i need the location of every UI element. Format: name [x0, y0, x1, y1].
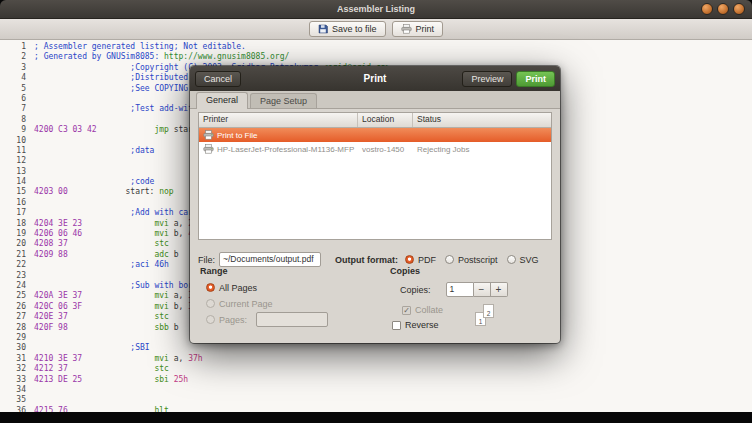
line-number: 19	[0, 229, 26, 239]
printer-row[interactable]: HP-LaserJet-Professional-M1136-MFPvostro…	[199, 142, 551, 156]
minimize-button[interactable]	[701, 3, 713, 15]
save-to-file-button[interactable]: Save to file	[309, 21, 386, 37]
output-format-options: PDFPostscriptSVG	[405, 254, 539, 265]
line-code: 4213 DE 25 sbi 25h	[26, 375, 188, 384]
printer-icon	[203, 144, 214, 154]
line-number: 6	[0, 94, 26, 104]
line-code: 4209 88 adc b	[26, 250, 179, 259]
line-number: 34	[0, 385, 26, 395]
cancel-button[interactable]: Cancel	[195, 71, 241, 87]
printer-list: Printer Location Status Print to FileHP-…	[198, 112, 552, 240]
tab-page-setup[interactable]: Page Setup	[250, 93, 317, 108]
range-group-title: Range	[200, 266, 228, 276]
range-option-label: Pages:	[219, 315, 247, 325]
line-number: 20	[0, 239, 26, 249]
window-titlebar: Assembler Listing	[0, 0, 752, 19]
line-code: 4204 3E 23 mvi a, 23h	[26, 219, 203, 228]
line-number: 16	[0, 198, 26, 208]
printer-list-body: Print to FileHP-LaserJet-Professional-M1…	[199, 128, 551, 240]
line-code	[26, 94, 34, 103]
maximize-button[interactable]	[717, 3, 729, 15]
line-code: ;data	[26, 146, 154, 155]
print-button[interactable]: Print	[516, 71, 555, 87]
copies-label: Copies:	[400, 285, 431, 295]
listing-line: 30 ;SBI	[0, 343, 752, 353]
line-number: 12	[0, 156, 26, 166]
line-number: 26	[0, 302, 26, 312]
line-code: ;Distributed under	[26, 73, 217, 82]
line-code	[26, 156, 34, 165]
line-number: 23	[0, 271, 26, 281]
tab-bar: General Page Setup	[190, 91, 560, 109]
listing-line: 1; Assembler generated listing; Not edit…	[0, 42, 752, 52]
window-controls	[701, 3, 745, 15]
window-title: Assembler Listing	[0, 0, 752, 18]
line-number: 2	[0, 52, 26, 62]
format-option-postscript[interactable]: Postscript	[445, 254, 498, 265]
printer-name-cell: HP-LaserJet-Professional-M1136-MFP	[199, 144, 358, 154]
line-code	[26, 271, 34, 280]
range-option-pages[interactable]: Pages:	[206, 314, 328, 325]
collate-label: Collate	[415, 305, 443, 315]
line-code	[26, 167, 34, 176]
line-number: 36	[0, 406, 26, 412]
line-number: 15	[0, 187, 26, 197]
tab-general[interactable]: General	[196, 92, 248, 109]
close-button[interactable]	[733, 3, 745, 15]
file-input[interactable]: ~/Documents/output.pdf	[219, 252, 321, 267]
copies-group-title: Copies	[390, 266, 420, 276]
line-number: 14	[0, 177, 26, 187]
format-label: Postscript	[458, 255, 498, 265]
format-option-svg[interactable]: SVG	[507, 254, 539, 265]
line-code	[26, 115, 34, 124]
collate-row: Collate	[402, 305, 443, 315]
reverse-checkbox[interactable]	[392, 321, 401, 330]
pages-input[interactable]	[256, 312, 328, 327]
line-code: 420E 37 stc	[26, 312, 169, 321]
dialog-title: Print	[364, 66, 387, 91]
line-code: 4212 37 stc	[26, 364, 169, 373]
range-option-all-pages[interactable]: All Pages	[206, 282, 328, 293]
listing-line: 334213 DE 25 sbi 25h	[0, 375, 752, 385]
listing-line: 2; Generated by GNUSim8085: http://www.g…	[0, 52, 752, 62]
copies-input[interactable]: 1	[446, 282, 474, 297]
line-code: 4203 00 start: nop	[26, 187, 174, 196]
line-number: 32	[0, 364, 26, 374]
printer-location-cell: vostro-1450	[358, 145, 413, 154]
listing-line: 314210 3E 37 mvi a, 37h	[0, 354, 752, 364]
line-number: 18	[0, 219, 26, 229]
line-code: ;Add with carry	[26, 208, 203, 217]
column-header-location[interactable]: Location	[358, 113, 413, 127]
line-number: 27	[0, 312, 26, 322]
preview-button[interactable]: Preview	[462, 71, 512, 87]
line-code: ;See COPYING file	[26, 84, 212, 93]
line-code	[26, 333, 34, 342]
line-number: 9	[0, 125, 26, 135]
line-number: 33	[0, 375, 26, 385]
printer-row[interactable]: Print to File	[199, 128, 551, 142]
line-number: 29	[0, 333, 26, 343]
decrement-copies-button[interactable]: −	[474, 282, 491, 297]
radio-icon	[206, 315, 215, 324]
line-number: 7	[0, 104, 26, 114]
column-header-status[interactable]: Status	[413, 113, 551, 127]
radio-icon	[206, 299, 215, 308]
print-dialog: Cancel Print Preview Print General Page …	[190, 66, 560, 343]
reverse-label: Reverse	[405, 320, 439, 330]
line-number: 4	[0, 73, 26, 83]
radio-icon	[445, 255, 454, 264]
column-header-printer[interactable]: Printer	[199, 113, 358, 127]
printer-icon	[401, 24, 412, 34]
line-number: 1	[0, 42, 26, 52]
increment-copies-button[interactable]: +	[491, 282, 508, 297]
line-code	[26, 385, 34, 394]
print-toolbar-button[interactable]: Print	[392, 21, 444, 37]
line-number: 11	[0, 146, 26, 156]
line-code: 420F 98 sbb b	[26, 323, 179, 332]
line-code	[26, 395, 34, 404]
range-option-current-page[interactable]: Current Page	[206, 298, 328, 309]
radio-icon	[206, 283, 215, 292]
collate-checkbox[interactable]	[402, 306, 411, 315]
format-option-pdf[interactable]: PDF	[405, 254, 436, 265]
line-code: 420C 06 3F mvi b, 3Fh	[26, 302, 203, 311]
